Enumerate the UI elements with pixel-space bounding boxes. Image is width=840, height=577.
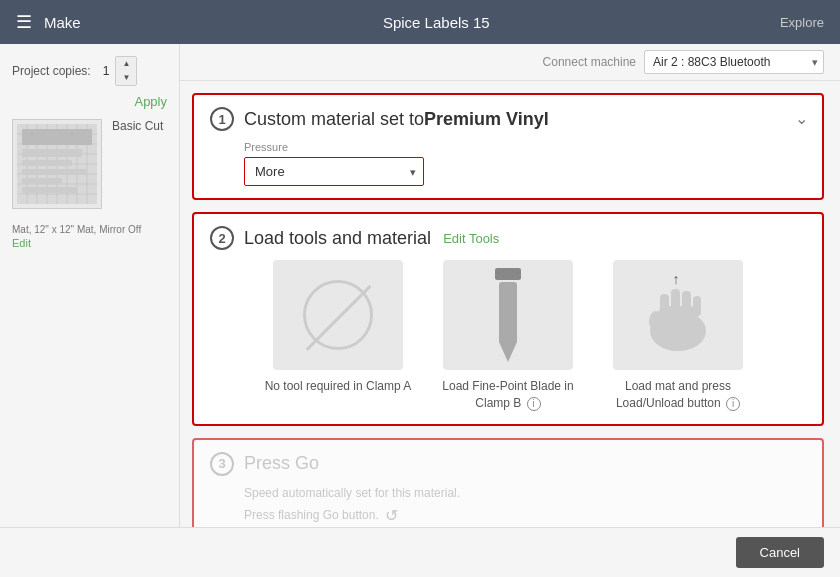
go-label: Press flashing Go button. (244, 508, 379, 522)
svg-rect-15 (22, 129, 92, 145)
section-2: 2 Load tools and material Edit Tools No … (192, 212, 824, 426)
project-copies-row: Project copies: 1 ▲ ▼ (12, 56, 167, 86)
step-3-circle: 3 (210, 452, 234, 476)
refresh-icon: ↺ (385, 506, 398, 525)
no-tool-icon (303, 280, 373, 350)
svg-rect-18 (22, 169, 87, 175)
sidebar: Project copies: 1 ▲ ▼ Apply (0, 44, 180, 527)
mat-preview (12, 119, 102, 209)
tool-label-clamp-a: No tool required in Clamp A (265, 378, 412, 395)
mat-info-icon[interactable]: i (726, 397, 740, 411)
connect-machine-bar: Connect machine Air 2 : 88C3 Bluetooth (180, 44, 840, 81)
no-tool-image (273, 260, 403, 370)
chevron-down-icon[interactable]: ⌄ (795, 109, 808, 128)
project-copies-label: Project copies: (12, 64, 91, 78)
hand-icon: ↑ (638, 266, 718, 364)
pressure-group: Pressure Default More Less (244, 141, 806, 186)
blade-info-icon[interactable]: i (527, 397, 541, 411)
step-1-circle: 1 (210, 107, 234, 131)
tools-row: No tool required in Clamp A Load Fine-Po… (210, 260, 806, 412)
copies-up-button[interactable]: ▲ (116, 57, 136, 71)
copies-value: 1 (97, 64, 116, 78)
step-2-circle: 2 (210, 226, 234, 250)
material-label: Basic Cut (112, 119, 163, 133)
svg-rect-24 (660, 294, 669, 316)
menu-icon[interactable]: ☰ (16, 11, 32, 33)
tool-item-clamp-b: Load Fine-Point Blade in Clamp B i (433, 260, 583, 412)
svg-rect-27 (693, 296, 701, 316)
svg-rect-26 (682, 291, 691, 314)
hand-svg: ↑ (638, 266, 718, 356)
blade-image (443, 260, 573, 370)
make-label: Make (44, 14, 81, 31)
connect-label: Connect machine (543, 55, 636, 69)
tool-label-mat: Load mat and press Load/Unload button i (603, 378, 753, 412)
section-2-header: 2 Load tools and material Edit Tools (210, 226, 806, 250)
mat-preview-image (17, 124, 97, 204)
pressure-label: Pressure (244, 141, 806, 153)
explore-link[interactable]: Explore (780, 15, 824, 30)
main-content: Connect machine Air 2 : 88C3 Bluetooth 1… (180, 44, 840, 527)
tool-item-mat: ↑ (603, 260, 753, 412)
material-name: Premium Vinyl (424, 109, 549, 129)
svg-rect-20 (22, 187, 77, 193)
apply-button[interactable]: Apply (12, 94, 167, 109)
pressure-select[interactable]: Default More Less (244, 157, 424, 186)
svg-rect-17 (22, 160, 72, 166)
bottom-bar: Cancel (0, 527, 840, 577)
tool-label-clamp-b: Load Fine-Point Blade in Clamp B i (433, 378, 583, 412)
go-button-row: Press flashing Go button. ↺ (244, 506, 806, 525)
copies-stepper[interactable]: ▲ ▼ (115, 56, 137, 86)
section-1: 1 Custom material set toPremium Vinyl ⌄ … (192, 93, 824, 200)
svg-point-28 (649, 311, 663, 331)
mat-image: ↑ (613, 260, 743, 370)
copies-down-button[interactable]: ▼ (116, 71, 136, 85)
section-3: 3 Press Go Speed automatically set for t… (192, 438, 824, 527)
speed-note: Speed automatically set for this materia… (244, 486, 806, 500)
header: ☰ Make Spice Labels 15 Explore (0, 0, 840, 44)
mat-info: Mat, 12" x 12" Mat, Mirror Off (12, 223, 167, 237)
section-3-header: 3 Press Go (210, 452, 806, 476)
svg-rect-16 (22, 149, 82, 157)
svg-rect-25 (671, 289, 680, 314)
blade-icon (495, 268, 521, 362)
section-1-header: 1 Custom material set toPremium Vinyl (210, 107, 806, 131)
press-go-title: Press Go (244, 453, 319, 474)
pressure-select-wrap: Default More Less (244, 157, 424, 186)
cancel-button[interactable]: Cancel (736, 537, 824, 568)
tool-item-clamp-a: No tool required in Clamp A (263, 260, 413, 412)
section-1-title: Custom material set toPremium Vinyl (244, 109, 549, 130)
app-title: Spice Labels 15 (93, 14, 780, 31)
section-2-title: Load tools and material (244, 228, 431, 249)
svg-text:↑: ↑ (673, 271, 680, 287)
edit-tools-link[interactable]: Edit Tools (443, 231, 499, 246)
machine-select[interactable]: Air 2 : 88C3 Bluetooth (644, 50, 824, 74)
machine-select-wrap: Air 2 : 88C3 Bluetooth (644, 50, 824, 74)
svg-rect-19 (22, 178, 62, 184)
edit-link[interactable]: Edit (12, 237, 167, 249)
